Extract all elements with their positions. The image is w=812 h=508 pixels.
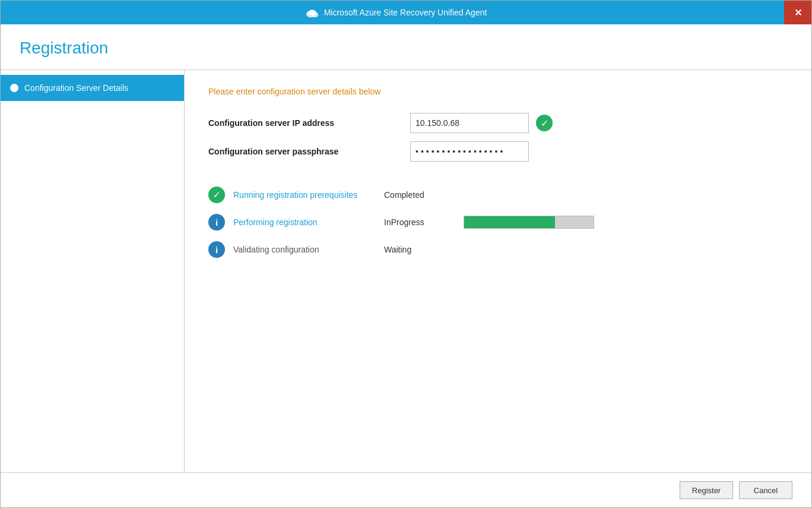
header: Registration — [1, 24, 811, 70]
prerequisites-label: Running registration prerequisites — [233, 190, 376, 200]
main-body: Configuration Server Details Please ente… — [1, 70, 811, 472]
registration-status: InProgress — [384, 217, 455, 227]
sidebar-item-label: Configuration Server Details — [24, 83, 128, 93]
ip-address-label: Configuration server IP address — [208, 118, 410, 128]
validation-label: Validating configuration — [233, 245, 376, 254]
register-button[interactable]: Register — [680, 481, 733, 499]
intro-text: Please enter configuration server detail… — [208, 87, 788, 96]
close-button[interactable]: ✕ — [784, 1, 811, 24]
title-bar-controls: ✕ — [784, 1, 811, 24]
status-row-validation: i Validating configuration Waiting — [208, 241, 788, 258]
ip-address-input[interactable] — [410, 113, 529, 133]
content-area: Registration Configuration Server Detail… — [1, 24, 811, 507]
status-row-prerequisites: ✓ Running registration prerequisites Com… — [208, 187, 788, 203]
sidebar-dot — [10, 84, 18, 92]
footer: Register Cancel — [1, 472, 811, 507]
passphrase-row: Configuration server passphrase — [208, 141, 788, 162]
title-bar-left: Microsoft Azure Site Recovery Unified Ag… — [8, 5, 784, 20]
form-section: Configuration server IP address ✓ Config… — [208, 113, 788, 170]
app-icon — [305, 5, 319, 20]
registration-label: Performing registration — [233, 217, 376, 227]
main-window: Microsoft Azure Site Recovery Unified Ag… — [0, 0, 812, 508]
prerequisites-check-icon: ✓ — [208, 187, 225, 203]
page-title: Registration — [20, 39, 792, 58]
status-row-registration: i Performing registration InProgress — [208, 214, 788, 231]
svg-point-2 — [308, 10, 316, 15]
validation-info-icon: i — [208, 241, 225, 258]
registration-progress-bar — [464, 216, 594, 229]
window-title: Microsoft Azure Site Recovery Unified Ag… — [324, 8, 487, 17]
sidebar: Configuration Server Details — [1, 70, 185, 472]
prerequisites-status: Completed — [384, 190, 455, 200]
title-bar: Microsoft Azure Site Recovery Unified Ag… — [1, 1, 811, 24]
passphrase-input[interactable] — [410, 141, 529, 162]
ip-check-icon: ✓ — [536, 115, 553, 131]
passphrase-label: Configuration server passphrase — [208, 147, 410, 156]
ip-address-row: Configuration server IP address ✓ — [208, 113, 788, 133]
cancel-button[interactable]: Cancel — [739, 481, 792, 499]
status-section: ✓ Running registration prerequisites Com… — [208, 187, 788, 258]
validation-status: Waiting — [384, 245, 455, 254]
progress-bar-fill — [464, 216, 555, 228]
registration-info-icon: i — [208, 214, 225, 231]
right-panel: Please enter configuration server detail… — [185, 70, 811, 472]
sidebar-item-configuration-server-details[interactable]: Configuration Server Details — [1, 75, 184, 101]
